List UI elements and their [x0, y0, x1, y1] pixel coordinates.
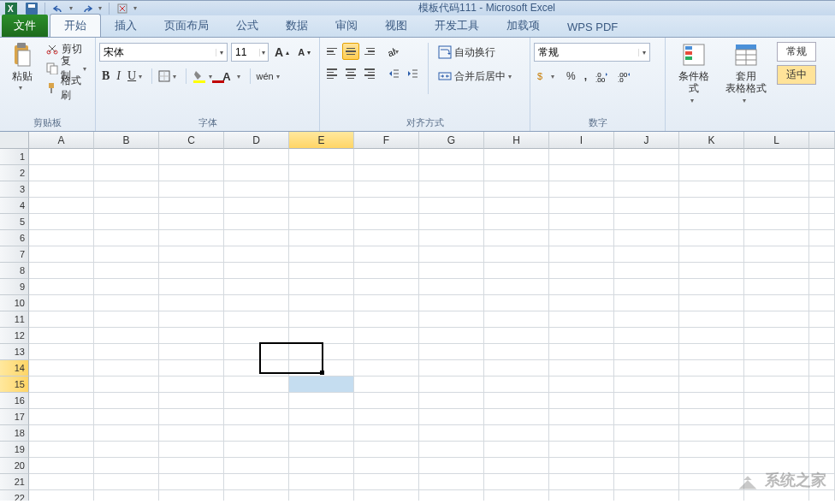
row-header[interactable]: 15 — [0, 377, 29, 393]
column-header[interactable]: E — [289, 132, 354, 149]
cell[interactable] — [614, 409, 679, 425]
cell[interactable] — [159, 344, 224, 360]
cell[interactable] — [679, 198, 744, 214]
cell[interactable] — [289, 181, 354, 198]
cell[interactable] — [809, 474, 835, 490]
column-header[interactable]: A — [29, 132, 94, 149]
cell[interactable] — [679, 458, 744, 474]
cell[interactable] — [159, 360, 224, 377]
column-header[interactable]: I — [549, 132, 614, 149]
column-header[interactable]: B — [94, 132, 159, 149]
cell[interactable] — [809, 442, 835, 458]
cell[interactable] — [354, 344, 419, 360]
cell[interactable] — [809, 214, 835, 230]
cell[interactable] — [484, 149, 549, 165]
cell[interactable] — [484, 393, 549, 409]
cell[interactable] — [94, 279, 159, 295]
paste-button[interactable]: 粘贴 ▾ — [3, 39, 41, 93]
cell[interactable] — [94, 165, 159, 181]
cell[interactable] — [679, 214, 744, 230]
increase-indent-button[interactable] — [404, 65, 421, 82]
cell[interactable] — [29, 442, 94, 458]
cell[interactable] — [614, 490, 679, 501]
tab-review[interactable]: 审阅 — [322, 15, 371, 37]
percent-button[interactable]: % — [564, 67, 578, 86]
cell[interactable] — [614, 474, 679, 490]
cell[interactable] — [29, 246, 94, 263]
align-left-button[interactable] — [323, 65, 341, 82]
cell[interactable] — [159, 393, 224, 409]
cell[interactable] — [354, 279, 419, 295]
save-icon[interactable] — [22, 2, 41, 15]
cell[interactable] — [419, 263, 484, 279]
cell[interactable] — [549, 442, 614, 458]
cell[interactable] — [484, 425, 549, 442]
cell[interactable] — [159, 409, 224, 425]
cell[interactable] — [224, 246, 289, 263]
cell[interactable] — [744, 263, 809, 279]
cell[interactable] — [94, 328, 159, 344]
cell[interactable] — [159, 263, 224, 279]
cell[interactable] — [614, 198, 679, 214]
column-header[interactable]: K — [679, 132, 744, 149]
cell[interactable] — [419, 409, 484, 425]
cell[interactable] — [549, 198, 614, 214]
cell[interactable] — [419, 214, 484, 230]
cell[interactable] — [224, 198, 289, 214]
cell[interactable] — [484, 458, 549, 474]
row-header[interactable]: 7 — [0, 246, 29, 263]
column-header[interactable]: J — [614, 132, 679, 149]
cell[interactable] — [224, 328, 289, 344]
cell[interactable] — [224, 409, 289, 425]
cell[interactable] — [484, 311, 549, 328]
cell[interactable] — [549, 230, 614, 246]
cell[interactable] — [549, 474, 614, 490]
row-header[interactable]: 10 — [0, 295, 29, 311]
cell[interactable] — [809, 165, 835, 181]
cell[interactable] — [354, 181, 419, 198]
cell[interactable] — [159, 198, 224, 214]
cell[interactable] — [419, 181, 484, 198]
row-header[interactable]: 5 — [0, 214, 29, 230]
cell[interactable] — [744, 246, 809, 263]
cell[interactable] — [94, 149, 159, 165]
row-header[interactable]: 18 — [0, 425, 29, 442]
cell[interactable] — [289, 360, 354, 377]
cell[interactable] — [484, 230, 549, 246]
cell[interactable] — [549, 214, 614, 230]
number-format-dropdown[interactable]: ▾ — [638, 49, 649, 56]
cell[interactable] — [29, 409, 94, 425]
cell[interactable] — [419, 149, 484, 165]
cell[interactable] — [419, 425, 484, 442]
cell[interactable] — [614, 279, 679, 295]
cell[interactable] — [679, 360, 744, 377]
cell[interactable] — [744, 490, 809, 501]
cell[interactable] — [224, 490, 289, 501]
cell[interactable] — [484, 360, 549, 377]
cell[interactable] — [354, 165, 419, 181]
cell[interactable] — [484, 377, 549, 393]
cell[interactable] — [159, 165, 224, 181]
cell[interactable] — [419, 442, 484, 458]
cell[interactable] — [744, 409, 809, 425]
cell[interactable] — [484, 409, 549, 425]
cell[interactable] — [679, 311, 744, 328]
format-painter-button[interactable]: 格式刷 — [43, 79, 92, 98]
cell[interactable] — [94, 360, 159, 377]
cell[interactable] — [744, 230, 809, 246]
tab-insert[interactable]: 插入 — [101, 15, 151, 37]
cell[interactable] — [419, 246, 484, 263]
cell[interactable] — [419, 474, 484, 490]
cell[interactable] — [354, 442, 419, 458]
number-format-combo[interactable]: ▾ — [534, 43, 650, 62]
cell[interactable] — [224, 214, 289, 230]
cell[interactable] — [289, 214, 354, 230]
cell[interactable] — [289, 311, 354, 328]
cell[interactable] — [614, 214, 679, 230]
cell[interactable] — [159, 311, 224, 328]
cell[interactable] — [679, 409, 744, 425]
cell[interactable] — [289, 328, 354, 344]
tab-view[interactable]: 视图 — [371, 15, 421, 37]
cell[interactable] — [809, 393, 835, 409]
borders-button[interactable]: ▾ — [156, 67, 182, 86]
